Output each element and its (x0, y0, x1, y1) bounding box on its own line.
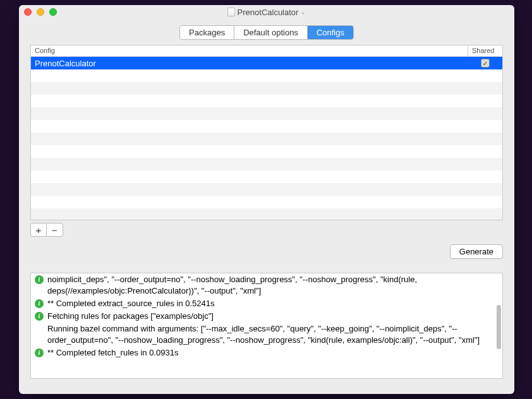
column-header-config[interactable]: Config (31, 45, 468, 56)
remove-button[interactable]: − (47, 223, 63, 237)
log-text: ** Completed fetch_rules in 0.0931s (47, 347, 492, 359)
log-text: noimplicit_deps", "--order_output=no", "… (47, 274, 492, 297)
table-row[interactable] (31, 120, 502, 133)
document-icon (227, 8, 235, 16)
log-scroll[interactable]: i noimplicit_deps", "--order_output=no",… (31, 273, 496, 378)
log-text: Running bazel command with arguments: ["… (35, 323, 492, 346)
table-row[interactable]: PrenotCalculator ✓ (31, 57, 502, 69)
titlebar[interactable]: PrenotCalculator ⌄ (19, 5, 514, 19)
add-button[interactable]: + (30, 223, 47, 237)
tab-configs[interactable]: Configs (308, 26, 353, 39)
log-panel: i noimplicit_deps", "--order_output=no",… (30, 273, 503, 379)
log-text: Fetching rules for packages ["examples/o… (47, 311, 492, 322)
tab-packages[interactable]: Packages (180, 26, 234, 39)
log-line: i ** Completed extract_source_rules in 0… (31, 297, 496, 310)
generate-row: Generate (19, 237, 514, 264)
table-row[interactable] (31, 133, 502, 145)
window-title: PrenotCalculator ⌄ (19, 8, 514, 17)
config-name-cell: PrenotCalculator (31, 59, 468, 68)
info-icon: i (35, 312, 44, 321)
info-icon: i (35, 299, 44, 308)
table-body: PrenotCalculator ✓ (31, 57, 502, 220)
generate-button[interactable]: Generate (450, 244, 503, 259)
tab-segmented-control: Packages Default options Configs (19, 19, 514, 45)
table-row[interactable] (31, 158, 502, 170)
table-row[interactable] (31, 82, 502, 95)
close-icon[interactable] (24, 8, 32, 16)
log-text: ** Completed extract_source_rules in 0.5… (47, 298, 492, 309)
config-shared-cell: ✓ (468, 59, 502, 68)
scrollbar-thumb[interactable] (497, 305, 501, 349)
traffic-lights (24, 8, 57, 16)
maximize-icon[interactable] (49, 8, 57, 16)
tab-default-options[interactable]: Default options (234, 26, 308, 39)
info-icon: i (35, 275, 44, 284)
table-row[interactable] (31, 95, 502, 107)
log-line: i noimplicit_deps", "--order_output=no",… (31, 273, 496, 297)
log-line: i Fetching rules for packages ["examples… (31, 310, 496, 323)
table-row[interactable] (31, 208, 502, 220)
shared-checkbox[interactable]: ✓ (481, 59, 490, 68)
column-header-shared[interactable]: Shared (468, 45, 502, 56)
table-row[interactable] (31, 170, 502, 183)
add-remove-buttons: + − (30, 223, 503, 237)
table-row[interactable] (31, 107, 502, 120)
table-row[interactable] (31, 145, 502, 158)
minimize-icon[interactable] (37, 8, 44, 16)
content-area: Config Shared PrenotCalculator ✓ (19, 45, 514, 237)
log-line: i ** Completed fetch_rules in 0.0931s (31, 347, 496, 359)
table-header: Config Shared (31, 45, 502, 57)
table-row[interactable] (31, 183, 502, 196)
info-icon: i (35, 348, 44, 357)
table-row[interactable] (31, 69, 502, 82)
configs-table: Config Shared PrenotCalculator ✓ (30, 45, 503, 220)
log-line: Running bazel command with arguments: ["… (31, 323, 496, 347)
chevron-down-icon: ⌄ (301, 9, 306, 15)
table-row[interactable] (31, 196, 502, 208)
app-window: PrenotCalculator ⌄ Packages Default opti… (19, 5, 514, 394)
window-title-text: PrenotCalculator (238, 8, 299, 17)
